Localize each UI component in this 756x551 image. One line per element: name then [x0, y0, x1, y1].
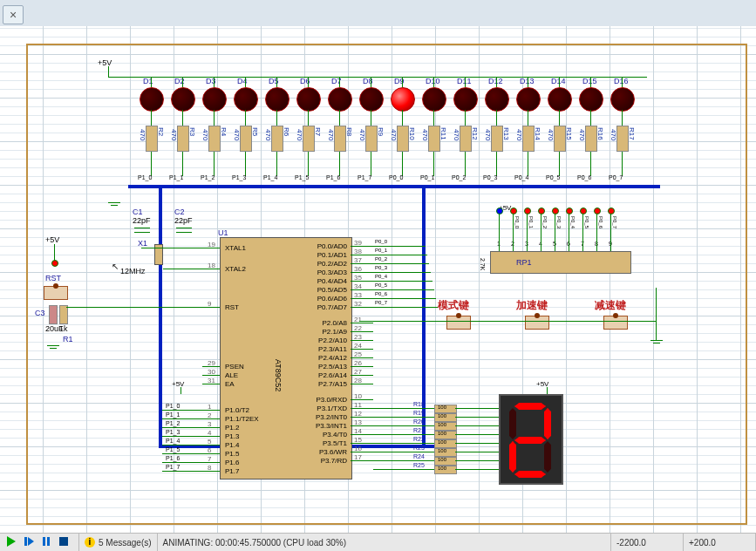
- rp1: [490, 251, 631, 274]
- net-label: P0_5: [546, 174, 560, 180]
- resistor: [334, 126, 346, 152]
- net-label: P1_4: [263, 174, 277, 180]
- net-label: P0_0: [389, 174, 403, 180]
- led: [453, 87, 478, 112]
- net-label: P1_1: [169, 174, 183, 180]
- resistor: [554, 126, 566, 152]
- net-label: P0_7: [609, 174, 623, 180]
- resistor: [585, 126, 597, 152]
- btn-up-label: 加速键: [516, 298, 548, 313]
- status-bar: i 5 Message(s) ANIMATING: 00:00:45.75000…: [0, 533, 756, 551]
- svg-rect-5: [59, 537, 68, 546]
- mode-button[interactable]: [446, 316, 471, 330]
- resistor: [616, 126, 629, 152]
- resistor: [208, 126, 221, 152]
- rst-label: RST: [45, 274, 61, 282]
- resistor: [271, 126, 283, 152]
- rp1-name: RP1: [516, 258, 532, 267]
- svg-rect-1: [24, 537, 27, 546]
- seg-b: [544, 408, 551, 439]
- coord-y: +200.0: [684, 534, 756, 551]
- resistor: [240, 126, 252, 152]
- resistor: [491, 126, 503, 152]
- svg-rect-4: [47, 537, 50, 546]
- net-label: P1_6: [326, 174, 340, 180]
- play-icon[interactable]: [5, 535, 19, 549]
- net-label: P1_0: [138, 174, 152, 180]
- resistor: [177, 126, 189, 152]
- probe: [51, 260, 58, 267]
- speed-up-button[interactable]: [525, 316, 549, 330]
- net-label: P0_4: [514, 174, 528, 180]
- resistor: [397, 126, 409, 152]
- seg-c: [544, 441, 551, 473]
- r1-name: R1: [63, 335, 73, 344]
- power-label: +5V: [98, 58, 112, 67]
- rst-button[interactable]: [44, 286, 68, 300]
- stop-icon[interactable]: [58, 535, 72, 549]
- x1-name: X1: [138, 239, 147, 248]
- seg-a: [514, 403, 546, 410]
- power-label-ea: +5V: [172, 380, 184, 388]
- led: [485, 87, 509, 112]
- cursor-arrow: ↖: [112, 262, 119, 271]
- resistor: [146, 126, 158, 152]
- cap-c1: [134, 225, 150, 235]
- led: [579, 87, 603, 112]
- info-icon: i: [85, 537, 95, 548]
- power-label-2: +5V: [45, 235, 59, 244]
- led: [516, 87, 541, 112]
- net-label: P1_5: [295, 174, 309, 180]
- chip-name: U1: [218, 228, 228, 237]
- seg-f: [509, 408, 516, 439]
- c2-name: C2: [174, 207, 185, 216]
- gnd-buttons: [650, 340, 663, 347]
- svg-marker-2: [28, 537, 34, 546]
- btn-down-label: 减速键: [595, 298, 626, 313]
- led: [610, 87, 635, 112]
- led: [234, 87, 258, 112]
- net-label: P0_1: [420, 174, 434, 180]
- gnd-rst: [47, 345, 59, 352]
- step-icon[interactable]: [23, 535, 37, 549]
- btn-mode-label: 模式键: [438, 298, 469, 313]
- resistor: [303, 126, 315, 152]
- bus-left: [159, 185, 162, 446]
- chip-part: AT89C52: [274, 359, 283, 391]
- c1-name: C1: [133, 207, 143, 216]
- bus-top: [128, 185, 660, 188]
- net-label: P1_7: [358, 174, 371, 180]
- net-label: P1_3: [232, 174, 246, 180]
- bus-right: [422, 185, 426, 446]
- resistor: [460, 126, 472, 152]
- led: [265, 87, 289, 112]
- sheet-border: +5V /* generated below via cloning patte…: [26, 44, 747, 525]
- led: [422, 87, 446, 112]
- led: [391, 87, 415, 112]
- pause-icon[interactable]: [40, 535, 54, 549]
- net-label: P0_6: [577, 174, 591, 180]
- resistor: [428, 126, 440, 152]
- led: [548, 87, 572, 112]
- led: [171, 87, 195, 112]
- resistor: [522, 126, 535, 152]
- c1-val: 22pF: [133, 216, 151, 225]
- led: [202, 87, 227, 112]
- x1-val: 12MHz: [120, 267, 146, 276]
- schematic-canvas[interactable]: +5V /* generated below via cloning patte…: [0, 26, 756, 534]
- svg-rect-3: [43, 537, 45, 546]
- seg-e: [509, 441, 516, 473]
- anim-status: ANIMATING: 00:00:45.750000 (CPU load 30%…: [158, 534, 611, 551]
- svg-marker-0: [7, 536, 16, 547]
- speed-down-button[interactable]: [603, 316, 628, 330]
- close-tab-button[interactable]: ×: [3, 5, 24, 24]
- rp1-val: 2.7K: [480, 258, 486, 270]
- c3-name: C3: [35, 309, 45, 317]
- resistor: [365, 126, 378, 152]
- cap-c3: [49, 305, 58, 324]
- seven-segment-display: [499, 394, 563, 485]
- net-label: P0_3: [483, 174, 497, 180]
- gnd-caps: [108, 202, 120, 209]
- messages-text[interactable]: 5 Message(s): [99, 538, 152, 548]
- led: [328, 87, 352, 112]
